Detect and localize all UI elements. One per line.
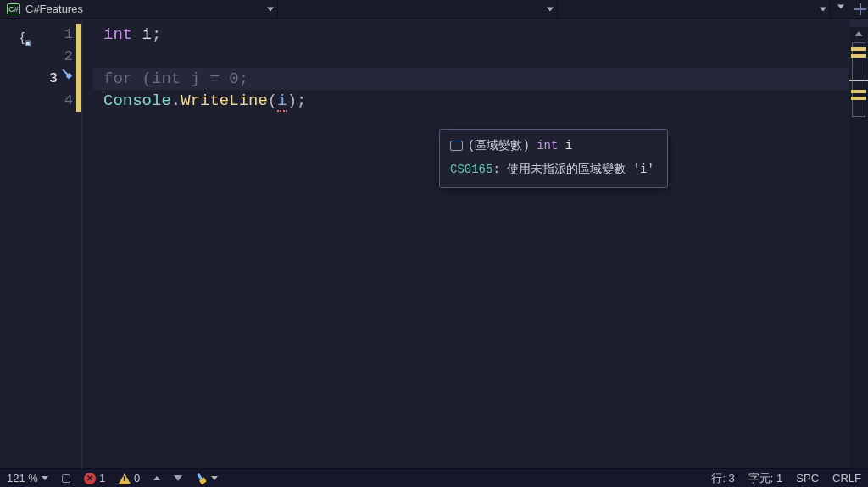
cleanup-button[interactable] <box>189 469 225 487</box>
scrollbar-change-mark <box>851 54 866 58</box>
editor-area: {▣ 1 2 3 4 int i; for (int j = 0; Consol… <box>0 19 868 468</box>
scrollbar-change-mark <box>851 47 866 51</box>
vertical-scrollbar[interactable] <box>849 19 868 468</box>
box-icon <box>62 474 70 483</box>
line-endings[interactable]: CRLF <box>826 469 868 487</box>
quick-info-tooltip: (區域變數) int i CS0165: 使用未指派的區域變數 'i' <box>439 129 668 188</box>
caret-line[interactable]: 行: 3 <box>704 469 741 487</box>
nav-scope-dropdown[interactable]: C# C#Features <box>0 0 278 18</box>
code-line[interactable] <box>103 46 849 68</box>
indicator-margin: {▣ <box>0 19 47 468</box>
code-scope-icon[interactable]: {▣ <box>20 30 31 47</box>
code-text-area[interactable]: int i; for (int j = 0; Console.WriteLine… <box>93 19 849 468</box>
brush-icon <box>194 470 210 486</box>
nav-end-segment <box>831 0 868 18</box>
message-nav-up[interactable] <box>147 469 167 487</box>
chevron-down-icon <box>211 476 218 480</box>
error-count[interactable]: ✕ 1 <box>77 469 112 487</box>
message-nav-down[interactable] <box>167 469 189 487</box>
navigation-bar: C# C#Features <box>0 0 868 19</box>
insert-mode[interactable]: SPC <box>789 469 826 487</box>
code-line[interactable]: Console.WriteLine(i); <box>103 90 849 112</box>
scrollbar-change-mark <box>851 90 866 93</box>
line-number: 1 <box>47 24 76 46</box>
line-number: 2 <box>47 46 76 68</box>
outlining-column[interactable] <box>81 19 93 468</box>
quick-fix-icon[interactable] <box>58 65 75 82</box>
line-number: 4 <box>47 90 76 112</box>
arrow-down-icon <box>174 475 182 481</box>
chevron-down-icon <box>267 7 274 11</box>
line-number-column: 1 2 3 4 <box>47 19 76 468</box>
nav-member-dropdown[interactable] <box>558 0 831 18</box>
error-icon: ✕ <box>84 473 96 484</box>
tooltip-diagnostic: CS0165: 使用未指派的區域變數 'i' <box>450 162 657 177</box>
local-variable-icon <box>450 141 463 151</box>
nav-scope-label: C#Features <box>25 3 83 15</box>
zoom-level[interactable]: 121 % <box>0 469 55 487</box>
code-line[interactable]: for (int j = 0; <box>103 68 849 90</box>
csharp-badge-icon: C# <box>7 3 20 14</box>
scrollbar-change-mark <box>851 97 866 100</box>
scroll-up-button[interactable] <box>849 27 868 41</box>
warning-count[interactable]: 0 <box>112 469 147 487</box>
error-squiggle: i <box>277 91 287 112</box>
tooltip-signature: (區域變數) int i <box>450 138 657 153</box>
chevron-down-icon[interactable] <box>837 5 844 9</box>
split-handle-icon[interactable] <box>854 3 866 15</box>
splitter-handle[interactable] <box>849 19 868 27</box>
chevron-down-icon <box>547 7 554 11</box>
status-bar: 121 % ✕ 1 0 行: 3 字元: 1 SPC CRLF <box>0 468 868 487</box>
chevron-down-icon <box>820 7 826 11</box>
nav-type-dropdown[interactable] <box>278 0 558 18</box>
scrollbar-caret-mark <box>849 80 868 81</box>
chevron-down-icon <box>42 476 48 480</box>
line-number-current: 3 <box>47 68 76 90</box>
chevron-up-icon <box>153 476 160 480</box>
warning-icon <box>119 473 131 484</box>
caret-column[interactable]: 字元: 1 <box>742 469 789 487</box>
code-line[interactable]: int i; <box>103 24 849 46</box>
status-misc-icon[interactable] <box>55 469 77 487</box>
